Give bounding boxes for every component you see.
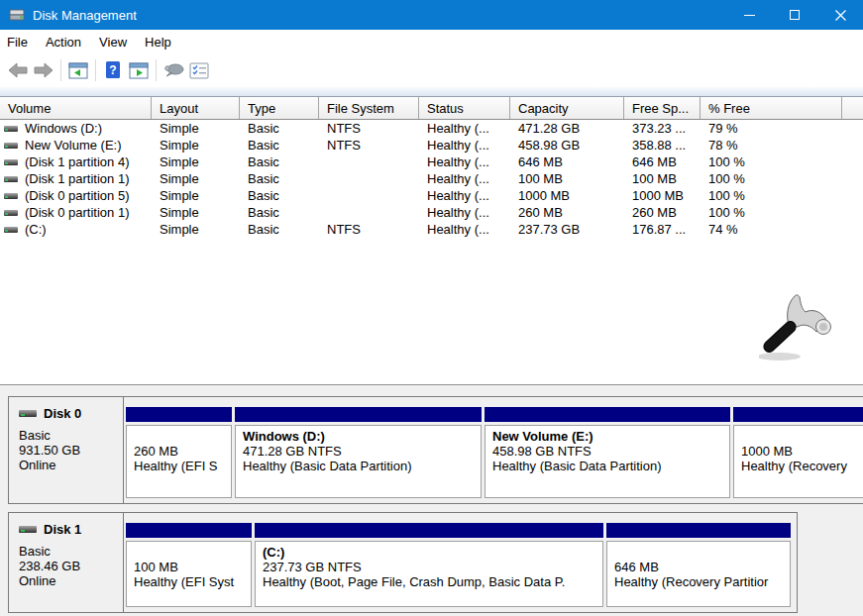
column-header-status[interactable]: Status — [419, 97, 510, 119]
cell-layout: Simple — [152, 171, 240, 186]
partition-status: Healthy (Basic Data Partition) — [243, 459, 479, 473]
menu-help[interactable]: Help — [136, 35, 180, 50]
column-header-layout[interactable]: Layout — [152, 97, 240, 119]
volume-row[interactable]: (Disk 1 partition 1)SimpleBasicHealthy (… — [0, 170, 863, 187]
partition-info-box[interactable]: 646 MBHealthy (Recovery Partitior — [606, 541, 791, 607]
partition-status: Healthy (Recovery — [741, 459, 863, 473]
cell-capacity: 646 MB — [510, 154, 624, 169]
partition[interactable]: 1000 MBHealthy (Recovery — [733, 407, 863, 498]
column-header-file-system[interactable]: File System — [319, 97, 419, 119]
maximize-icon — [790, 10, 800, 20]
properties-button[interactable] — [186, 57, 212, 83]
volume-row[interactable]: (C:)SimpleBasicNTFSHealthy (...237.73 GB… — [0, 221, 863, 238]
disk-size: 931.50 GB — [19, 443, 123, 458]
disk-row-1: Disk 1Basic238.46 GBOnline100 MBHealthy … — [8, 512, 798, 613]
app-icon — [9, 7, 25, 23]
column-header-free-sp-[interactable]: Free Sp... — [624, 97, 701, 119]
partition[interactable]: 100 MBHealthy (EFI Syst — [126, 523, 252, 607]
volume-name: (Disk 1 partition 4) — [25, 154, 129, 169]
volume-icon — [4, 176, 18, 182]
column-header-volume[interactable]: Volume — [0, 97, 152, 119]
disk-label-0[interactable]: Disk 0Basic931.50 GBOnline — [9, 397, 124, 503]
menu-action[interactable]: Action — [37, 35, 90, 50]
close-button[interactable] — [817, 0, 863, 30]
column-header-capacity[interactable]: Capacity — [510, 97, 624, 119]
volume-row[interactable]: (Disk 1 partition 4)SimpleBasicHealthy (… — [0, 154, 863, 170]
cell-status: Healthy (... — [419, 222, 510, 237]
disk-name: Disk 1 — [44, 522, 81, 537]
menu-file[interactable]: File — [7, 35, 37, 50]
cell-type: Basic — [240, 188, 319, 203]
partition-info-box[interactable]: New Volume (E:)458.98 GB NTFSHealthy (Ba… — [485, 425, 730, 498]
volume-icon — [4, 193, 18, 199]
forward-button[interactable] — [31, 57, 56, 83]
minimize-icon — [744, 15, 755, 16]
minimize-button[interactable] — [726, 0, 772, 30]
column-header-type[interactable]: Type — [240, 97, 319, 119]
show-action-pane-button[interactable] — [126, 57, 152, 83]
partition[interactable]: 260 MBHealthy (EFI S — [126, 407, 232, 498]
disk-icon — [19, 410, 37, 417]
show-console-tree-button[interactable] — [65, 57, 91, 83]
cell-status: Healthy (... — [419, 188, 510, 203]
partition-info-box[interactable]: 100 MBHealthy (EFI Syst — [126, 541, 252, 607]
volume-row[interactable]: (Disk 0 partition 1)SimpleBasicHealthy (… — [0, 204, 863, 221]
volume-name: Windows (D:) — [25, 121, 102, 136]
disk-row-0: Disk 0Basic931.50 GBOnline260 MBHealthy … — [8, 396, 863, 504]
volume-row[interactable]: Windows (D:)SimpleBasicNTFSHealthy (...4… — [0, 120, 863, 137]
back-button[interactable] — [5, 57, 31, 83]
hammer-cursor-image — [759, 289, 842, 369]
list-empty-area — [0, 238, 863, 384]
volume-row[interactable]: (Disk 0 partition 5)SimpleBasicHealthy (… — [0, 187, 863, 204]
partition-title — [134, 429, 229, 444]
disk-label-1[interactable]: Disk 1Basic238.46 GBOnline — [9, 513, 124, 612]
list-header: VolumeLayoutTypeFile SystemStatusCapacit… — [0, 97, 863, 120]
partition[interactable]: (C:)237.73 GB NTFSHealthy (Boot, Page Fi… — [255, 523, 603, 607]
volume-icon — [4, 210, 18, 216]
cell-layout: Simple — [152, 188, 240, 203]
partition[interactable]: Windows (D:)471.28 GB NTFSHealthy (Basic… — [235, 407, 482, 498]
partition-title — [741, 429, 863, 444]
partition-size: 458.98 GB NTFS — [492, 444, 727, 459]
dialog-button[interactable] — [161, 57, 186, 83]
partition-info-box[interactable]: 260 MBHealthy (EFI S — [126, 425, 232, 498]
help-button[interactable]: ? — [100, 57, 126, 83]
partition-size: 260 MB — [134, 444, 229, 459]
menu-view[interactable]: View — [90, 35, 136, 50]
volume-icon — [4, 126, 18, 132]
partition-size: 100 MB — [134, 560, 249, 574]
cell-layout: Simple — [152, 154, 240, 169]
volume-list: Windows (D:)SimpleBasicNTFSHealthy (...4… — [0, 120, 863, 238]
column-header--free[interactable]: % Free — [701, 97, 842, 119]
menu-bar: FileActionViewHelp — [0, 30, 863, 53]
maximize-button[interactable] — [772, 0, 817, 30]
disk-type: Basic — [19, 544, 123, 559]
cell-type: Basic — [240, 171, 319, 186]
partitions-area: 260 MBHealthy (EFI SWindows (D:)471.28 G… — [124, 397, 863, 503]
partition-title: New Volume (E:) — [492, 429, 727, 444]
partition-info-box[interactable]: Windows (D:)471.28 GB NTFSHealthy (Basic… — [235, 425, 482, 498]
cell-pct-free: 100 % — [701, 171, 842, 186]
cell-pct-free: 79 % — [701, 121, 842, 136]
partition-title: Windows (D:) — [243, 429, 479, 444]
volume-name: (Disk 0 partition 5) — [25, 188, 129, 203]
volume-row[interactable]: New Volume (E:)SimpleBasicNTFSHealthy (.… — [0, 137, 863, 154]
window-title: Disk Management — [33, 8, 137, 23]
column-header-blank[interactable] — [842, 97, 863, 119]
cell-status: Healthy (... — [419, 121, 510, 136]
partition-info-box[interactable]: (C:)237.73 GB NTFSHealthy (Boot, Page Fi… — [255, 541, 603, 607]
partition[interactable]: New Volume (E:)458.98 GB NTFSHealthy (Ba… — [485, 407, 730, 498]
title-bar: Disk Management — [0, 0, 863, 30]
cell-status: Healthy (... — [419, 138, 510, 153]
partition-color-band — [733, 407, 863, 422]
cell-capacity: 1000 MB — [510, 188, 624, 203]
back-arrow-icon — [7, 60, 29, 80]
partition-info-box[interactable]: 1000 MBHealthy (Recovery — [733, 425, 863, 498]
toolbar-separator — [60, 59, 61, 81]
cell-status: Healthy (... — [419, 205, 510, 220]
partition[interactable]: 646 MBHealthy (Recovery Partitior — [606, 523, 791, 607]
help-icon: ? — [104, 60, 122, 80]
cell-free-space: 176.87 ... — [624, 222, 701, 237]
cell-file-system: NTFS — [319, 121, 419, 136]
cell-type: Basic — [240, 154, 319, 169]
